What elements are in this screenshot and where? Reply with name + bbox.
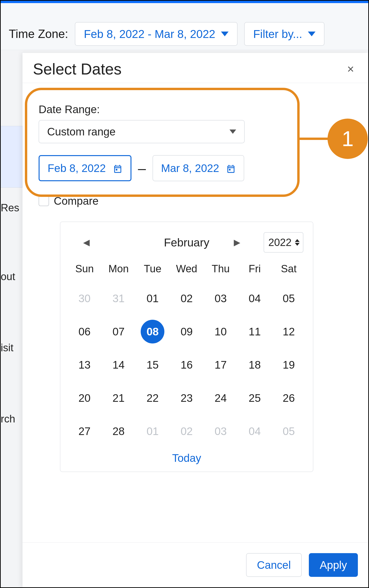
calendar-day[interactable]: 03: [204, 422, 238, 441]
calendar-day-selected[interactable]: 08: [141, 320, 164, 344]
chevron-down-icon: [221, 32, 229, 36]
calendar-day[interactable]: 19: [272, 355, 306, 374]
time-zone-label: Time Zone:: [9, 27, 68, 41]
end-date-value: Mar 8, 2022: [161, 162, 219, 175]
calendar-day[interactable]: 04: [238, 289, 272, 308]
bg-text-fragment: out: [1, 271, 15, 283]
calendar-day[interactable]: 10: [204, 322, 238, 341]
date-range-dropdown-text: Feb 8, 2022 - Mar 8, 2022: [84, 28, 215, 41]
date-range-select[interactable]: Custom range: [39, 120, 245, 143]
calendar-day[interactable]: 18: [238, 355, 272, 374]
calendar-icon: [226, 163, 236, 173]
annotation-connector: [299, 137, 330, 140]
day-of-week-header: Wed: [170, 263, 204, 275]
stepper-arrows-icon: [295, 239, 299, 246]
month-label: February: [164, 236, 209, 249]
calendar-day[interactable]: 11: [238, 322, 272, 341]
background-sidebar-fragments: Res out isit rch: [1, 50, 22, 587]
calendar-day[interactable]: 13: [68, 355, 102, 374]
calendar-day[interactable]: 05: [272, 289, 306, 308]
calendar-day[interactable]: 22: [135, 388, 170, 408]
calendar-day[interactable]: 24: [204, 388, 238, 408]
calendar-day[interactable]: 15: [135, 355, 170, 374]
calendar-day[interactable]: 21: [102, 388, 136, 408]
apply-button-label: Apply: [320, 559, 347, 571]
calendar-day[interactable]: 28: [102, 422, 136, 441]
apply-button[interactable]: Apply: [309, 553, 358, 577]
compare-label: Compare: [54, 195, 99, 207]
day-of-week-header: Mon: [102, 263, 136, 275]
screenshot-root: Time Zone: Feb 8, 2022 - Mar 8, 2022 Fil…: [0, 0, 369, 588]
end-date-input[interactable]: Mar 8, 2022: [152, 155, 244, 181]
day-of-week-header: Tue: [135, 263, 170, 275]
calendar-day[interactable]: 26: [272, 388, 306, 408]
calendar-day[interactable]: 31: [102, 289, 136, 308]
cancel-button-label: Cancel: [257, 559, 291, 571]
calendar-day[interactable]: 01: [135, 289, 170, 308]
calendar-day[interactable]: 02: [170, 422, 204, 441]
date-range-dash: –: [138, 160, 146, 177]
start-date-value: Feb 8, 2022: [48, 162, 106, 175]
calendar-day[interactable]: 20: [68, 388, 102, 408]
calendar-day[interactable]: 01: [135, 422, 170, 441]
bg-text-fragment: Res: [1, 202, 19, 214]
toolbar: Time Zone: Feb 8, 2022 - Mar 8, 2022 Fil…: [1, 3, 368, 50]
prev-month-button[interactable]: ◀: [79, 235, 94, 250]
calendar-day[interactable]: 30: [68, 289, 102, 308]
calendar-day[interactable]: 06: [68, 322, 102, 341]
select-dates-dialog: Select Dates × 1 Date Range: Custom rang…: [22, 53, 368, 587]
annotation-bubble: 1: [328, 119, 368, 159]
day-of-week-header: Thu: [204, 263, 238, 275]
calendar-day[interactable]: 17: [204, 355, 238, 374]
annotation-number: 1: [342, 127, 354, 151]
year-stepper[interactable]: 2022: [264, 232, 303, 252]
day-of-week-header: Sun: [68, 263, 102, 275]
calendar-day[interactable]: 09: [170, 322, 204, 341]
compare-checkbox[interactable]: [39, 196, 49, 206]
calendar-day[interactable]: 05: [272, 422, 306, 441]
calendar-day[interactable]: 25: [238, 388, 272, 408]
year-value: 2022: [268, 236, 291, 248]
cancel-button[interactable]: Cancel: [246, 553, 302, 577]
chevron-down-icon: [229, 129, 236, 134]
bg-band: [1, 126, 22, 188]
calendar-day[interactable]: 04: [238, 422, 272, 441]
today-link[interactable]: Today: [68, 452, 306, 464]
date-range-select-value: Custom range: [47, 125, 116, 138]
bg-text-fragment: isit: [1, 342, 13, 354]
day-of-week-header: Sat: [272, 263, 306, 275]
filter-by-text: Filter by...: [253, 28, 302, 41]
calendar-day[interactable]: 27: [68, 422, 102, 441]
top-accent-bar: [1, 1, 368, 3]
date-range-label: Date Range:: [39, 103, 358, 116]
dialog-footer: Cancel Apply: [22, 542, 368, 587]
bg-text-fragment: rch: [1, 413, 15, 425]
calendar-day[interactable]: 07: [102, 322, 136, 341]
calendar-day[interactable]: 03: [204, 289, 238, 308]
day-of-week-header: Fri: [238, 263, 272, 275]
date-range-dropdown[interactable]: Feb 8, 2022 - Mar 8, 2022: [75, 22, 238, 46]
calendar-widget: ◀ February ▶ 2022 SunMonTueWedThuFriSat3…: [60, 221, 313, 472]
filter-by-dropdown[interactable]: Filter by...: [244, 22, 324, 46]
calendar-day[interactable]: 16: [170, 355, 204, 374]
close-button[interactable]: ×: [343, 60, 358, 78]
start-date-input[interactable]: Feb 8, 2022: [39, 155, 131, 181]
calendar-day[interactable]: 12: [272, 322, 306, 341]
chevron-down-icon: [308, 32, 316, 36]
calendar-day[interactable]: 23: [170, 388, 204, 408]
calendar-icon: [113, 163, 122, 173]
calendar-day[interactable]: 14: [102, 355, 136, 374]
next-month-button[interactable]: ▶: [230, 235, 244, 250]
dialog-title: Select Dates: [33, 60, 121, 78]
calendar-day[interactable]: 02: [170, 289, 204, 308]
